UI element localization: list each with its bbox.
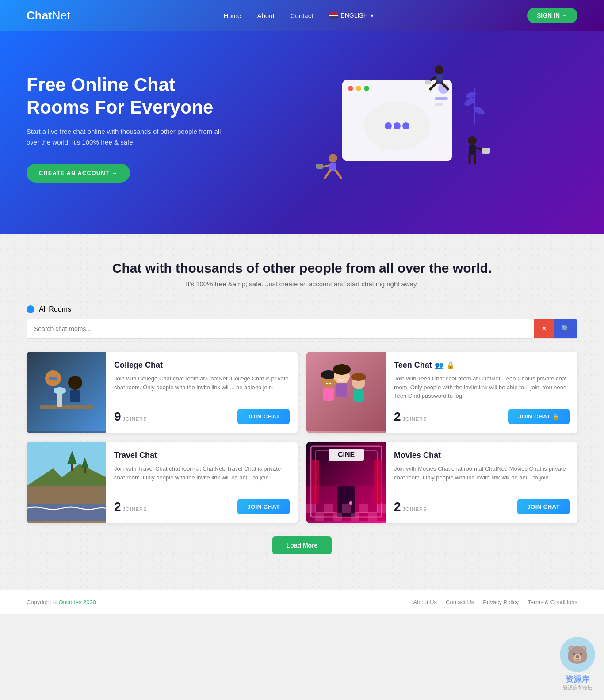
create-account-button[interactable]: CREATE AN ACCOUNT → <box>27 164 130 183</box>
nav-links: Home About Contact ENGLISH ▾ <box>223 12 373 19</box>
travel-joiners-count: 2 <box>114 500 121 514</box>
nav-about[interactable]: About <box>257 12 274 19</box>
search-bar: ✕ 🔍 <box>27 319 577 339</box>
college-join-button[interactable]: JOIN CHAT <box>237 409 290 424</box>
svg-point-52 <box>351 373 366 381</box>
footer-privacy-link[interactable]: Privacy Policy <box>483 599 519 605</box>
svg-point-33 <box>465 91 477 99</box>
language-label: ENGLISH <box>340 12 367 19</box>
filter-icon <box>27 305 34 313</box>
svg-rect-76 <box>377 504 386 513</box>
travel-title: Travel Chat <box>114 451 290 460</box>
college-joiners: 9 JOINERS <box>114 410 147 424</box>
svg-rect-34 <box>27 352 106 431</box>
teen-title: Teen Chat 👥 🔒 <box>394 361 570 370</box>
hero-heading: Free Online Chat Rooms For Everyone <box>27 74 221 118</box>
svg-rect-82 <box>374 460 382 504</box>
movies-card-body: Movies Chat Join with Movies Chat chat r… <box>386 442 577 523</box>
college-joiners-count: 9 <box>114 410 121 424</box>
teen-svg <box>306 352 386 431</box>
hero-text: Free Online Chat Rooms For Everyone Star… <box>27 74 221 183</box>
footer-contact-link[interactable]: Contact Us <box>446 599 474 605</box>
chevron-down-icon: ▾ <box>371 12 374 19</box>
svg-point-49 <box>333 364 351 375</box>
flag-icon <box>329 12 338 19</box>
lock-icon: 🔒 <box>446 361 455 369</box>
movies-svg: CINE <box>306 442 386 521</box>
search-clear-button[interactable]: ✕ <box>534 319 554 338</box>
svg-rect-72 <box>306 504 315 513</box>
language-selector[interactable]: ENGLISH ▾ <box>329 12 373 19</box>
filter-label: All Rooms <box>39 305 71 313</box>
travel-joiners: 2 JOINERS <box>114 500 147 514</box>
svg-point-12 <box>435 65 443 74</box>
hero-subtext: Start a live free chat online with thous… <box>27 126 221 148</box>
nav-home[interactable]: Home <box>223 12 241 19</box>
svg-rect-10 <box>435 103 443 106</box>
svg-rect-25 <box>469 145 476 155</box>
search-submit-button[interactable]: 🔍 <box>554 319 577 338</box>
svg-rect-61 <box>27 504 106 521</box>
college-image <box>27 352 106 433</box>
section-subtitle: It's 100% free &amp; safe. Just create a… <box>27 280 577 288</box>
teen-join-button[interactable]: JOIN CHAT 🔒 <box>508 409 570 424</box>
svg-rect-45 <box>323 388 334 401</box>
svg-point-2 <box>356 86 361 91</box>
movies-footer: 2 JOINERS JOIN CHAT <box>394 499 570 514</box>
college-footer: 9 JOINERS JOIN CHAT <box>114 409 290 424</box>
filter-row: All Rooms <box>27 305 577 313</box>
joiners-label: JOINERS <box>123 416 147 422</box>
svg-rect-9 <box>435 97 448 100</box>
movies-join-button[interactable]: JOIN CHAT <box>517 499 570 514</box>
footer-brand-link[interactable]: Oncodes 2020 <box>58 599 96 605</box>
svg-rect-39 <box>40 405 93 409</box>
college-svg <box>27 352 106 431</box>
footer-about-link[interactable]: About Us <box>413 599 437 605</box>
svg-rect-78 <box>333 513 342 521</box>
svg-rect-38 <box>70 390 80 402</box>
svg-rect-81 <box>311 460 319 504</box>
svg-rect-42 <box>49 377 57 380</box>
teen-joiners-count: 2 <box>394 410 401 424</box>
college-card-body: College Chat Join with College Chat chat… <box>106 352 298 433</box>
movies-title: Movies Chat <box>394 451 570 460</box>
teen-card-body: Teen Chat 👥 🔒 Join with Teen Chat chat r… <box>386 352 577 433</box>
nav-contact[interactable]: Contact <box>291 12 313 19</box>
svg-rect-79 <box>351 513 359 521</box>
hero-section: Free Online Chat Rooms For Everyone Star… <box>0 31 604 234</box>
footer-terms-link[interactable]: Terms & Conditions <box>528 599 577 605</box>
svg-rect-74 <box>342 504 351 513</box>
svg-rect-75 <box>359 504 368 513</box>
rooms-grid: College Chat Join with College Chat chat… <box>27 352 577 523</box>
hero-svg <box>306 62 492 194</box>
travel-svg <box>27 442 106 521</box>
travel-footer: 2 JOINERS JOIN CHAT <box>114 499 290 514</box>
travel-desc: Join with Travel Chat chat room at ChatN… <box>114 464 290 493</box>
svg-point-8 <box>402 122 409 129</box>
svg-line-21 <box>336 171 341 178</box>
room-card-travel: Travel Chat Join with Travel Chat chat r… <box>27 442 298 523</box>
movies-joiners: 2 JOINERS <box>394 500 427 514</box>
travel-image <box>27 442 106 523</box>
footer: Copyright © Oncodes 2020 About Us Contac… <box>0 590 604 614</box>
joiners-label: JOINERS <box>403 416 427 422</box>
signin-button[interactable]: SIGN IN → <box>527 8 577 23</box>
college-title: College Chat <box>114 361 290 370</box>
teen-desc: Join with Teen Chat chat room at ChatNet… <box>394 374 570 403</box>
college-desc: Join with College Chat chat room at Chat… <box>114 374 290 403</box>
load-more-button[interactable]: Load More <box>272 536 332 554</box>
travel-join-button[interactable]: JOIN CHAT <box>237 499 290 514</box>
main-content: Chat with thousands of other people from… <box>0 234 604 590</box>
svg-point-7 <box>394 122 401 129</box>
teen-joiners: 2 JOINERS <box>394 410 427 424</box>
svg-line-28 <box>476 148 483 150</box>
svg-rect-73 <box>324 504 333 513</box>
svg-rect-77 <box>315 513 324 521</box>
brand-logo[interactable]: ChatNet <box>27 9 70 23</box>
search-input[interactable] <box>27 320 534 338</box>
footer-copyright: Copyright © Oncodes 2020 <box>27 599 96 605</box>
hero-illustration <box>221 57 577 199</box>
movies-joiners-count: 2 <box>394 500 401 514</box>
movies-desc: Join with Movies Chat chat room at ChatN… <box>394 464 570 493</box>
svg-rect-48 <box>336 383 347 397</box>
